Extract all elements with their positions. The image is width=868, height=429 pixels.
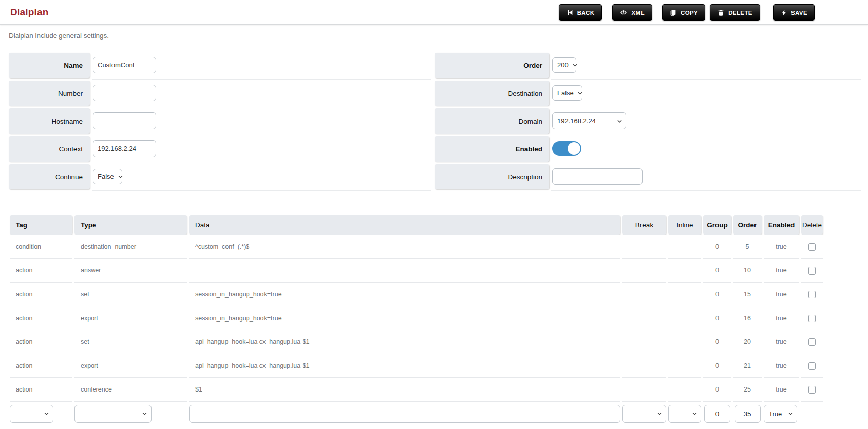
row-divider bbox=[92, 79, 431, 80]
enabled-label: Enabled bbox=[435, 136, 549, 162]
delete-checkbox[interactable] bbox=[808, 291, 816, 298]
cell-type: export bbox=[74, 354, 187, 378]
top-bar: Dialplan BACK XML COPY DELETE SAVE bbox=[0, 0, 868, 25]
col-header-inline: Inline bbox=[668, 215, 701, 235]
new-enabled-select[interactable]: True bbox=[764, 405, 797, 423]
cell-break bbox=[622, 354, 666, 378]
xml-button[interactable]: XML bbox=[612, 4, 652, 21]
copy-button-label: COPY bbox=[681, 10, 698, 16]
number-input[interactable] bbox=[93, 85, 156, 101]
delete-checkbox[interactable] bbox=[808, 338, 816, 346]
new-group-input[interactable] bbox=[704, 405, 730, 423]
cell-tag: action bbox=[10, 306, 72, 330]
new-type-select[interactable] bbox=[74, 405, 152, 423]
save-button[interactable]: SAVE bbox=[773, 4, 815, 21]
cell-tag: action bbox=[10, 283, 72, 306]
order-label: Order bbox=[435, 53, 549, 78]
delete-checkbox[interactable] bbox=[808, 315, 816, 322]
cell-data: api_hangup_hook=lua cx_hangup.lua $1 bbox=[189, 354, 620, 378]
delete-checkbox[interactable] bbox=[808, 386, 816, 394]
delete-button-label: DELETE bbox=[728, 10, 752, 16]
chevron-down-icon bbox=[142, 412, 147, 415]
cell-enabled: true bbox=[764, 378, 799, 402]
row-divider bbox=[551, 190, 861, 191]
description-label: Description bbox=[435, 164, 549, 189]
action-buttons: BACK XML COPY DELETE SAVE bbox=[559, 4, 815, 21]
delete-checkbox[interactable] bbox=[808, 267, 816, 275]
cell-type: conference bbox=[74, 378, 187, 402]
cell-inline bbox=[668, 354, 701, 378]
delete-checkbox[interactable] bbox=[808, 243, 816, 251]
order-select-value: 200 bbox=[557, 61, 569, 69]
cell-data: ^custom_conf_(.*)$ bbox=[189, 235, 620, 259]
cell-order: 16 bbox=[733, 306, 762, 330]
new-row-data-cell bbox=[189, 402, 620, 426]
cell-type: destination_number bbox=[74, 235, 187, 259]
chevron-down-icon bbox=[573, 64, 577, 67]
new-break-select[interactable] bbox=[622, 405, 666, 423]
delete-checkbox[interactable] bbox=[808, 362, 816, 370]
row-divider bbox=[92, 135, 431, 135]
cell-inline bbox=[668, 283, 701, 306]
continue-label: Continue bbox=[9, 164, 90, 189]
toggle-knob bbox=[568, 142, 580, 155]
cell-enabled: true bbox=[764, 235, 799, 259]
description-input[interactable] bbox=[552, 168, 643, 185]
cell-inline bbox=[668, 306, 701, 330]
name-input[interactable] bbox=[93, 57, 156, 73]
col-header-tag: Tag bbox=[10, 215, 72, 235]
new-data-input[interactable] bbox=[189, 405, 620, 423]
cell-inline bbox=[668, 330, 701, 354]
chevron-down-icon bbox=[578, 92, 582, 95]
cell-group: 0 bbox=[703, 378, 731, 402]
hostname-label: Hostname bbox=[9, 108, 90, 134]
context-label: Context bbox=[9, 136, 90, 162]
cell-break bbox=[622, 259, 666, 283]
hostname-input[interactable] bbox=[93, 112, 156, 129]
copy-icon bbox=[670, 9, 676, 16]
back-button[interactable]: BACK bbox=[559, 4, 602, 21]
cell-tag: action bbox=[10, 354, 72, 378]
continue-select-value: False bbox=[98, 173, 114, 180]
new-tag-select[interactable] bbox=[10, 405, 53, 423]
new-inline-select[interactable] bbox=[668, 405, 701, 423]
domain-label: Domain bbox=[435, 108, 549, 134]
new-row-group-cell bbox=[703, 402, 731, 426]
cell-order: 5 bbox=[733, 235, 762, 259]
continue-select[interactable]: False bbox=[93, 169, 122, 184]
cell-group: 0 bbox=[703, 235, 731, 259]
context-input[interactable] bbox=[93, 140, 156, 157]
delete-button[interactable]: DELETE bbox=[710, 4, 760, 21]
order-select[interactable]: 200 bbox=[552, 57, 576, 73]
page-title: Dialplan bbox=[10, 7, 49, 18]
copy-button[interactable]: COPY bbox=[662, 4, 705, 21]
general-settings-form: Name Number Hostname Context Continue Fa… bbox=[0, 53, 868, 194]
cell-delete bbox=[801, 259, 823, 283]
col-header-data: Data bbox=[189, 215, 620, 235]
domain-select-value: 192.168.2.24 bbox=[557, 117, 596, 125]
enabled-toggle[interactable] bbox=[552, 141, 581, 156]
cell-break bbox=[622, 283, 666, 306]
new-row-enabled-cell: True bbox=[764, 402, 799, 426]
page-description: Dialplan include general settings. bbox=[9, 32, 109, 40]
new-enabled-select-value: True bbox=[769, 410, 782, 418]
destination-select[interactable]: False bbox=[552, 85, 582, 101]
cell-data: api_hangup_hook=lua cx_hangup.lua $1 bbox=[189, 330, 620, 354]
row-divider bbox=[92, 107, 431, 107]
new-row-inline-cell bbox=[668, 402, 701, 426]
new-row-type-cell bbox=[74, 402, 187, 426]
cell-data bbox=[189, 259, 620, 283]
cell-enabled: true bbox=[764, 283, 799, 306]
cell-type: set bbox=[74, 330, 187, 354]
new-order-input[interactable] bbox=[735, 405, 761, 423]
cell-order: 10 bbox=[733, 259, 762, 283]
row-divider bbox=[92, 190, 431, 191]
col-header-break: Break bbox=[622, 215, 666, 235]
cell-group: 0 bbox=[703, 306, 731, 330]
domain-select[interactable]: 192.168.2.24 bbox=[552, 112, 626, 129]
row-divider bbox=[551, 79, 861, 80]
cell-type: export bbox=[74, 306, 187, 330]
cell-group: 0 bbox=[703, 354, 731, 378]
cell-order: 25 bbox=[733, 378, 762, 402]
destination-label: Destination bbox=[435, 81, 549, 106]
